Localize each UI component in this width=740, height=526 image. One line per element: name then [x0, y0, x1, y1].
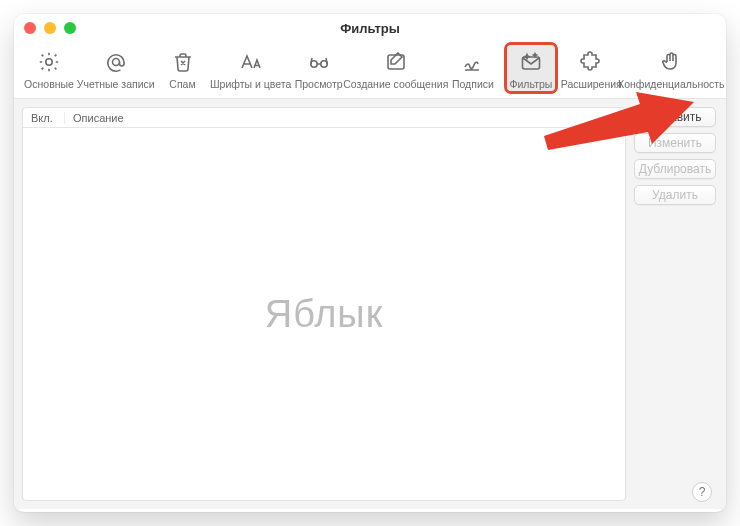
preferences-window: Фильтры Основные Учетные записи Спам Ш [14, 14, 726, 512]
tab-label: Спам [169, 78, 195, 90]
tab-viewing[interactable]: Просмотр [294, 44, 344, 92]
trash-icon [171, 48, 195, 76]
column-description[interactable]: Описание [65, 112, 625, 124]
tab-label: Фильтры [510, 78, 553, 90]
minimize-icon[interactable] [44, 22, 56, 34]
at-sign-icon [104, 48, 128, 76]
side-buttons: Добавить Изменить Дублировать Удалить [626, 99, 726, 509]
gear-icon [37, 48, 61, 76]
tab-rules[interactable]: Фильтры [506, 44, 556, 92]
tab-label: Учетные записи [77, 78, 155, 90]
glasses-icon [307, 48, 331, 76]
rules-list[interactable]: Вкл. Описание Яблык [22, 107, 626, 501]
tab-label: Просмотр [295, 78, 343, 90]
close-icon[interactable] [24, 22, 36, 34]
traffic-lights [24, 22, 76, 34]
tab-label: Подписи [452, 78, 494, 90]
tab-extensions[interactable]: Расширения [564, 44, 619, 92]
tab-label: Конфиденциальность [618, 78, 725, 90]
tab-junk[interactable]: Спам [158, 44, 208, 92]
edit-button[interactable]: Изменить [634, 133, 716, 153]
puzzle-icon [579, 48, 603, 76]
tab-accounts[interactable]: Учетные записи [82, 44, 150, 92]
window-title: Фильтры [340, 21, 400, 36]
delete-button[interactable]: Удалить [634, 185, 716, 205]
compose-icon [384, 48, 408, 76]
maximize-icon[interactable] [64, 22, 76, 34]
signature-icon [461, 48, 485, 76]
preferences-toolbar: Основные Учетные записи Спам Шрифты и цв… [14, 42, 726, 99]
tab-signatures[interactable]: Подписи [448, 44, 498, 92]
tab-compose[interactable]: Создание сообщения [352, 44, 440, 92]
column-on[interactable]: Вкл. [23, 112, 65, 124]
rules-body: Вкл. Описание Яблык Добавить Изменить Ду… [14, 99, 726, 509]
watermark-text: Яблык [23, 128, 625, 500]
tab-label: Основные [24, 78, 74, 90]
svg-point-1 [112, 59, 119, 66]
hand-icon [659, 48, 683, 76]
tab-label: Создание сообщения [343, 78, 448, 90]
duplicate-button[interactable]: Дублировать [634, 159, 716, 179]
rules-list-body: Яблык [23, 128, 625, 500]
svg-point-0 [46, 59, 52, 65]
tab-privacy[interactable]: Конфиденциальность [627, 44, 716, 92]
add-button[interactable]: Добавить [634, 107, 716, 127]
fonts-icon [239, 48, 263, 76]
tab-label: Шрифты и цвета [210, 78, 291, 90]
tab-general[interactable]: Основные [24, 44, 74, 92]
tab-label: Расширения [561, 78, 622, 90]
help-button[interactable]: ? [692, 482, 712, 502]
tab-fonts[interactable]: Шрифты и цвета [216, 44, 286, 92]
rules-list-header: Вкл. Описание [23, 108, 625, 128]
titlebar: Фильтры [14, 14, 726, 42]
envelope-sparkle-icon [519, 48, 543, 76]
